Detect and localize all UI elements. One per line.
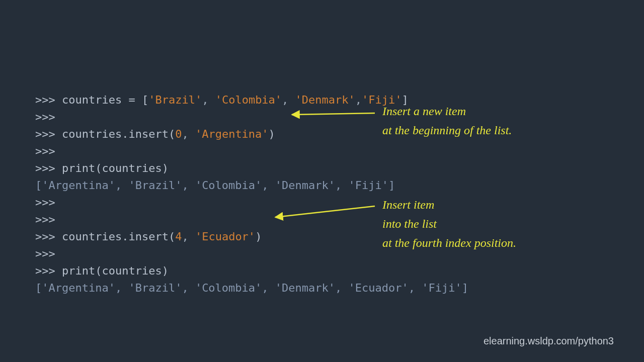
prompt: >>> [35,145,55,157]
code-text: , [282,94,295,106]
code-text: ) [269,128,275,140]
code-text: countries.insert( [62,128,175,140]
code-text: print(countries) [62,264,169,277]
string-literal: 'Ecuador' [195,230,255,243]
string-literal: 'Argentina' [195,128,269,140]
code-text: , [182,128,195,140]
prompt: >>> [35,230,62,243]
code-text: print(countries) [62,162,169,174]
footer-attribution: elearning.wsldp.com/python3 [484,335,614,347]
prompt: >>> [35,264,62,277]
prompt: >>> [35,162,62,174]
prompt: >>> [35,247,55,260]
code-text: = [ [128,94,148,106]
annotation-line: at the beginning of the list. [382,121,512,140]
code-text: countries [62,94,128,106]
prompt: >>> [35,94,62,106]
code-text: , [355,94,362,106]
annotation-line: Insert item [382,195,516,214]
annotation-line: Insert a new item [382,102,512,121]
annotation-1: Insert a new item at the beginning of th… [382,102,512,140]
code-text: countries.insert( [62,230,175,243]
number-literal: 4 [175,230,182,243]
annotation-line: at the fourth index position. [382,233,516,252]
code-text: , [182,230,195,243]
string-literal: 'Brazil' [148,94,202,106]
code-text: , [202,94,215,106]
prompt: >>> [35,196,55,209]
code-text: ) [255,230,262,243]
output-line: ['Argentina', 'Brazil', 'Colombia', 'Den… [35,282,468,294]
prompt: >>> [35,128,62,140]
prompt: >>> [35,111,55,123]
number-literal: 0 [175,128,182,140]
annotation-line: into the list [382,214,516,233]
string-literal: 'Colombia' [215,94,282,106]
slide: >>> countries = ['Brazil', 'Colombia', '… [0,0,644,362]
annotation-2: Insert item into the list at the fourth … [382,195,516,252]
output-line: ['Argentina', 'Brazil', 'Colombia', 'Den… [35,179,395,192]
string-literal: 'Denmark' [295,94,355,106]
prompt: >>> [35,213,55,226]
